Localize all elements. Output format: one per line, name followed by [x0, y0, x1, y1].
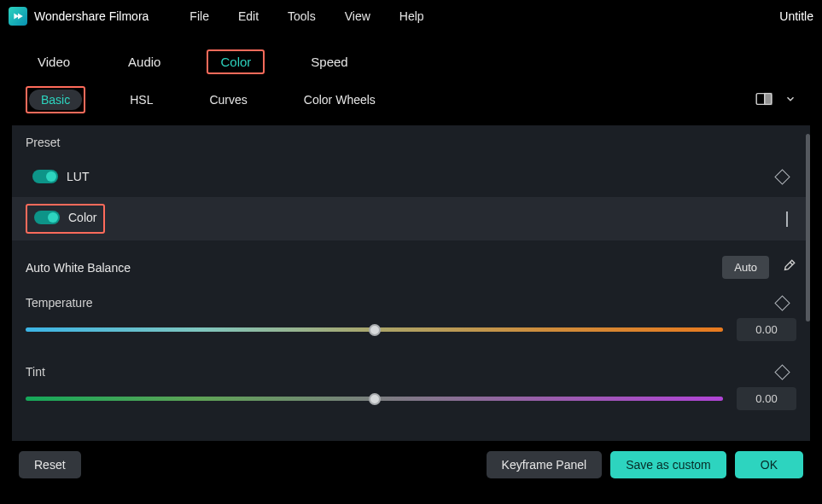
main-tabs: Video Audio Color Speed: [0, 32, 822, 74]
eyedropper-icon[interactable]: [781, 258, 796, 276]
temperature-label: Temperature: [26, 296, 93, 310]
scrollbar[interactable]: [806, 134, 810, 322]
tint-keyframe-icon[interactable]: [774, 364, 790, 379]
temperature-slider-thumb[interactable]: [369, 324, 381, 336]
tint-slider[interactable]: [26, 397, 723, 401]
temperature-value[interactable]: [737, 318, 796, 341]
keyframe-panel-button[interactable]: Keyframe Panel: [487, 451, 603, 478]
menu-edit[interactable]: Edit: [238, 9, 259, 23]
color-toggle[interactable]: [34, 211, 60, 224]
menu-help[interactable]: Help: [399, 9, 424, 23]
subtab-basic[interactable]: Basic: [29, 90, 82, 110]
menubar: File Edit Tools View Help: [189, 9, 423, 23]
lut-keyframe-icon[interactable]: [774, 169, 790, 184]
temperature-keyframe-icon[interactable]: [774, 295, 790, 310]
temperature-block: Temperature: [12, 287, 810, 345]
auto-white-balance-row: Auto White Balance Auto: [12, 240, 810, 287]
tab-speed[interactable]: Speed: [299, 49, 359, 74]
svg-rect-2: [765, 93, 772, 104]
menu-view[interactable]: View: [345, 9, 370, 23]
save-as-custom-button[interactable]: Save as custom: [610, 451, 726, 478]
tab-color[interactable]: Color: [210, 53, 261, 71]
lut-row: LUT: [26, 161, 796, 192]
footer: Reset Keyframe Panel Save as custom OK: [0, 441, 822, 489]
sub-tabs: Basic HSL Curves Color Wheels: [0, 74, 822, 125]
reset-button[interactable]: Reset: [19, 451, 81, 478]
lut-label: LUT: [67, 170, 89, 183]
ok-button[interactable]: OK: [735, 451, 803, 478]
subtab-curves[interactable]: Curves: [197, 90, 259, 110]
compare-view-icon[interactable]: [755, 92, 772, 108]
subtab-color-wheels[interactable]: Color Wheels: [292, 90, 388, 110]
lut-toggle[interactable]: [32, 170, 58, 183]
tint-label: Tint: [26, 365, 45, 379]
tint-slider-thumb[interactable]: [369, 393, 381, 405]
highlight-color-row: Color: [26, 204, 105, 234]
titlebar: Wondershare Filmora File Edit Tools View…: [0, 0, 822, 32]
auto-button[interactable]: Auto: [722, 256, 769, 279]
tab-audio[interactable]: Audio: [116, 49, 172, 74]
highlight-tab-color: Color: [207, 49, 265, 74]
highlight-subtab-basic: Basic: [26, 86, 85, 113]
temperature-slider[interactable]: [26, 327, 723, 332]
preset-heading: Preset: [26, 136, 796, 149]
color-keyframe-icon[interactable]: [786, 211, 788, 227]
menu-tools[interactable]: Tools: [288, 9, 316, 23]
tint-block: Tint: [12, 356, 810, 414]
menu-file[interactable]: File: [189, 9, 209, 23]
tab-video[interactable]: Video: [26, 49, 82, 74]
app-title: Wondershare Filmora: [34, 9, 149, 23]
chevron-down-icon[interactable]: [784, 93, 796, 107]
app-logo-icon: [9, 7, 27, 26]
color-panel: Preset LUT Color Auto White Balance Auto…: [12, 125, 810, 441]
awb-label: Auto White Balance: [26, 261, 131, 275]
subtab-hsl[interactable]: HSL: [118, 90, 165, 110]
tint-value[interactable]: [737, 387, 796, 410]
document-title: Untitle: [779, 9, 813, 23]
color-label: Color: [68, 211, 96, 224]
